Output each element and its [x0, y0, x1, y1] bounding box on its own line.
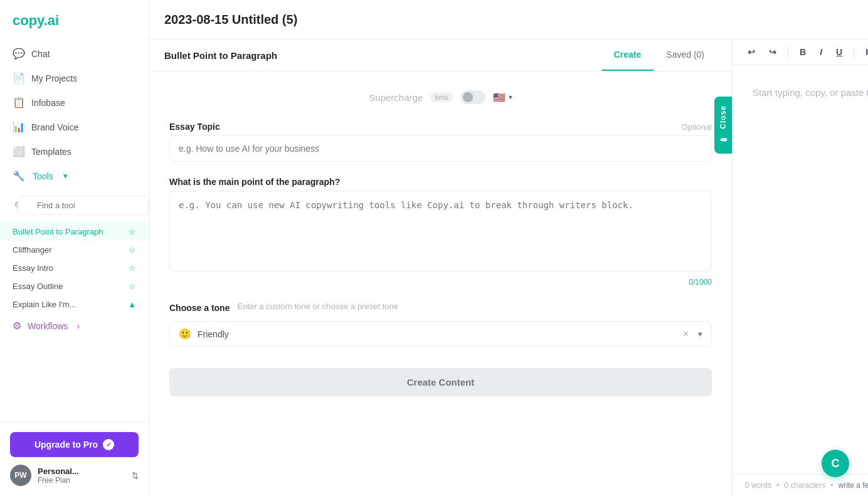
supercharge-toggle[interactable]: [460, 90, 485, 104]
chat-icon: 💬: [13, 48, 24, 60]
editor-toolbar: ↩ ↪ B I U H1 H2 H3 ••• ✓ Saved: [733, 40, 868, 65]
flag-chevron-icon: ▾: [509, 93, 512, 102]
workflows-icon: ⚙: [13, 320, 21, 332]
tone-select[interactable]: 🙂 Friendly ✕ ▾: [169, 321, 712, 347]
sidebar-item-brand-voice[interactable]: 📊 Brand Voice: [0, 115, 149, 139]
infobase-icon: 📋: [13, 97, 24, 108]
avatar-initials: PW: [14, 471, 26, 480]
tone-group: Choose a tone Enter a custom tone or cho…: [169, 302, 712, 347]
main-point-textarea[interactable]: [169, 191, 712, 272]
undo-button[interactable]: ↩: [743, 45, 760, 60]
sidebar-item-label: Chat: [31, 49, 50, 59]
tone-clear-button[interactable]: ✕: [682, 329, 689, 339]
supercharge-bar: Supercharge beta 🇺🇸 ▾: [169, 90, 712, 104]
projects-icon: 📄: [13, 72, 24, 84]
chat-bubble-button[interactable]: C: [822, 450, 849, 477]
sidebar-bottom: Upgrade to Pro ✓ PW Personal... Free Pla…: [0, 421, 149, 496]
content-area: Bullet Point to Paragraph Create Saved (…: [149, 40, 868, 496]
sidebar-item-label: Templates: [31, 147, 71, 157]
sidebar-item-infobase[interactable]: 📋 Infobase: [0, 90, 149, 115]
tone-label: Choose a tone: [169, 303, 230, 313]
logo-text: copy: [13, 13, 44, 28]
bold-button[interactable]: B: [795, 45, 811, 60]
close-tab-icon: ✏: [718, 134, 728, 145]
right-panel: ↩ ↪ B I U H1 H2 H3 ••• ✓ Saved Start typ…: [733, 40, 868, 496]
tool-label: Essay Intro: [13, 263, 53, 273]
avatar: PW: [10, 465, 31, 486]
tool-list-item[interactable]: Explain Like I'm... ▲: [0, 295, 149, 314]
tone-sublabel: Enter a custom tone or choose a preset t…: [237, 302, 398, 311]
tool-list-item[interactable]: Bullet Point to Paragraph ☆: [0, 223, 149, 241]
editor-area[interactable]: Start typing, copy, or paste to get star…: [733, 65, 868, 474]
h1-button[interactable]: H1: [860, 45, 868, 60]
logo: copy.ai: [0, 0, 149, 39]
tool-list: Bullet Point to Paragraph ☆ Cliffhanger …: [0, 223, 149, 314]
write-more-hint: write a few more words: [838, 481, 868, 490]
essay-topic-optional: Optional: [682, 122, 712, 132]
supercharge-badge: beta: [430, 92, 452, 102]
main-point-group: What is the main point of the paragraph?…: [169, 177, 712, 287]
main-point-label: What is the main point of the paragraph?: [169, 177, 712, 187]
upgrade-badge-icon: ✓: [103, 439, 114, 450]
italic-button[interactable]: I: [815, 45, 827, 60]
workflows-label: Workflows: [28, 321, 68, 331]
tab-saved-label: Saved (0): [666, 50, 704, 60]
toolbar-separator: [854, 46, 854, 58]
supercharge-label: Supercharge: [369, 92, 423, 103]
close-tab-label: Close: [719, 105, 728, 129]
left-panel: Bullet Point to Paragraph Create Saved (…: [149, 40, 733, 496]
tools-chevron-icon: ▾: [63, 171, 68, 181]
sidebar-item-label: Infobase: [31, 98, 65, 108]
essay-topic-group: Essay Topic Optional: [169, 122, 712, 162]
word-count: 0 words: [745, 481, 771, 490]
chat-bubble-icon: C: [832, 457, 840, 470]
underline-button[interactable]: U: [831, 45, 847, 60]
sidebar-item-label: My Projects: [31, 73, 77, 83]
sidebar-item-label: Brand Voice: [31, 122, 79, 132]
essay-topic-input[interactable]: [169, 135, 712, 162]
tool-list-item[interactable]: Essay Intro ☆: [0, 259, 149, 277]
toggle-thumb: [463, 92, 473, 102]
sidebar-item-tools[interactable]: 🔧 Tools ▾: [0, 164, 149, 188]
star-icon[interactable]: ▲: [128, 300, 136, 309]
upgrade-button[interactable]: Upgrade to Pro ✓: [10, 432, 139, 457]
redo-button[interactable]: ↪: [764, 45, 781, 60]
tab-create-label: Create: [614, 50, 642, 60]
essay-topic-label-text: Essay Topic: [169, 122, 220, 132]
sidebar-nav: 💬 Chat 📄 My Projects 📋 Infobase 📊 Brand …: [0, 39, 149, 421]
flag-icon: 🇺🇸: [493, 92, 505, 103]
tab-saved[interactable]: Saved (0): [654, 40, 717, 71]
sidebar-item-workflows[interactable]: ⚙ Workflows ›: [0, 314, 149, 338]
tone-value: Friendly: [198, 329, 676, 339]
create-content-button[interactable]: Create Content: [169, 368, 712, 396]
essay-topic-label: Essay Topic Optional: [169, 122, 712, 132]
user-plan: Free Plan: [38, 476, 125, 485]
sidebar-item-chat[interactable]: 💬 Chat: [0, 41, 149, 66]
char-count-footer: 0 characters: [784, 481, 825, 490]
tone-emoji: 🙂: [179, 328, 191, 340]
sidebar-item-my-projects[interactable]: 📄 My Projects: [0, 66, 149, 90]
user-chevron-icon: ⇅: [132, 471, 139, 480]
close-tab[interactable]: Close ✏: [714, 97, 732, 154]
tool-list-item[interactable]: Essay Outline ☆: [0, 277, 149, 295]
find-tool-input[interactable]: [18, 196, 149, 215]
tone-chevron-icon[interactable]: ▾: [698, 329, 702, 339]
find-tool-wrapper: 🔍: [9, 192, 140, 219]
star-icon[interactable]: ☆: [129, 227, 136, 236]
user-profile[interactable]: PW Personal... Free Plan ⇅: [10, 465, 139, 486]
sidebar-item-templates[interactable]: ⬜ Templates: [0, 139, 149, 164]
toolbar-separator: [788, 46, 788, 58]
star-icon[interactable]: ☆: [129, 263, 136, 273]
user-name: Personal...: [38, 467, 125, 476]
editor-placeholder: Start typing, copy, or paste to get star…: [753, 87, 868, 98]
star-icon[interactable]: ☆: [129, 245, 136, 255]
dot-separator: •: [830, 481, 833, 490]
main-point-label-text: What is the main point of the paragraph?: [169, 177, 340, 187]
tool-list-item[interactable]: Cliffhanger ☆: [0, 241, 149, 259]
logo-ai: ai: [48, 13, 59, 28]
user-info: Personal... Free Plan: [38, 467, 125, 485]
tab-create[interactable]: Create: [601, 40, 654, 71]
char-count: 0/1000: [169, 278, 712, 287]
star-icon[interactable]: ☆: [129, 282, 136, 291]
flag-button[interactable]: 🇺🇸 ▾: [493, 92, 512, 103]
